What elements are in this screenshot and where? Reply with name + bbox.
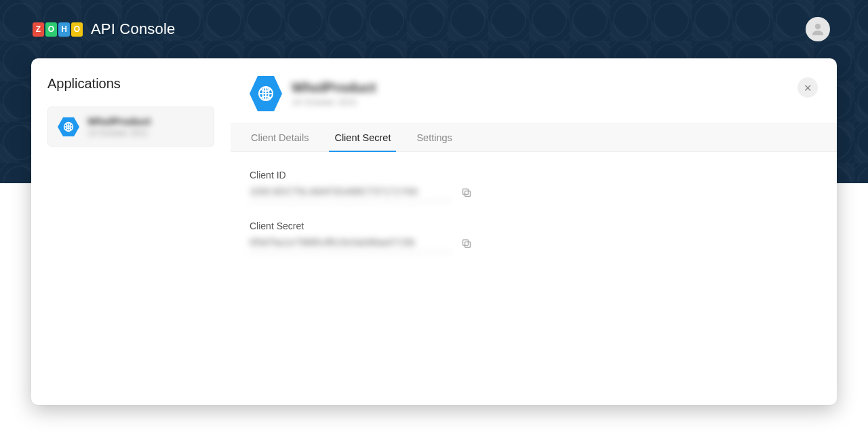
panel-client-secret: Client ID 1000.8DCT9LA8AF3G488CT37171Y6A… <box>231 152 837 289</box>
main-title: WholProduct <box>292 80 376 96</box>
tab-client-details[interactable]: Client Details <box>250 124 310 151</box>
svg-rect-8 <box>463 189 469 194</box>
main: ✕ WholProduct 14 October 2021 Client D <box>231 58 837 405</box>
globe-hex-icon <box>58 117 79 136</box>
close-button[interactable]: ✕ <box>797 77 818 98</box>
client-secret-copy-button[interactable] <box>461 238 473 250</box>
avatar-icon <box>810 21 826 37</box>
app-item-subtitle: 14 October 2021 <box>87 128 151 138</box>
client-secret-field: Client Secret 0f3d7ba1e7986fc4fb19c0a0d6… <box>250 221 473 252</box>
card: Applications WholProduct 14 October 2021 <box>31 58 837 405</box>
svg-rect-7 <box>465 191 471 196</box>
client-id-label: Client ID <box>250 170 473 180</box>
client-id-copy-button[interactable] <box>461 187 473 199</box>
brand-tile-h: H <box>58 22 70 37</box>
svg-point-0 <box>815 24 821 29</box>
app-item[interactable]: WholProduct 14 October 2021 <box>47 107 214 147</box>
sidebar: Applications WholProduct 14 October 2021 <box>31 58 231 405</box>
brand-tile-o2: O <box>71 22 83 37</box>
app-item-name: WholProduct <box>87 115 151 127</box>
client-id-field: Client ID 1000.8DCT9LA8AF3G488CT37171Y6A <box>250 170 473 202</box>
main-app-icon <box>250 76 282 111</box>
brand-tile-o1: O <box>45 22 57 37</box>
tab-client-secret[interactable]: Client Secret <box>333 124 392 151</box>
client-id-value: 1000.8DCT9LA8AF3G488CT37171Y6A <box>250 185 452 202</box>
client-secret-value: 0f3d7ba1e7986fc4fb19c0a0d6ae0719b <box>250 235 452 252</box>
sidebar-heading: Applications <box>47 76 214 92</box>
brand-tile-z: Z <box>33 22 44 37</box>
svg-rect-9 <box>465 242 471 247</box>
copy-icon <box>461 187 472 198</box>
main-subtitle: 14 October 2021 <box>292 97 376 107</box>
copy-icon <box>461 238 472 249</box>
main-head: WholProduct 14 October 2021 <box>231 58 837 123</box>
client-secret-label: Client Secret <box>250 221 473 231</box>
brand-tiles: Z O H O <box>33 22 83 37</box>
app-item-icon <box>58 117 79 136</box>
tab-settings[interactable]: Settings <box>415 124 453 151</box>
globe-hex-icon <box>250 76 282 111</box>
brand-title: API Console <box>91 20 176 38</box>
close-icon: ✕ <box>804 83 812 93</box>
topbar: Z O H O API Console <box>0 0 868 58</box>
avatar[interactable] <box>806 17 830 41</box>
tabs: Client Details Client Secret Settings <box>231 123 837 152</box>
brand: Z O H O API Console <box>33 20 176 38</box>
svg-rect-10 <box>463 240 469 245</box>
